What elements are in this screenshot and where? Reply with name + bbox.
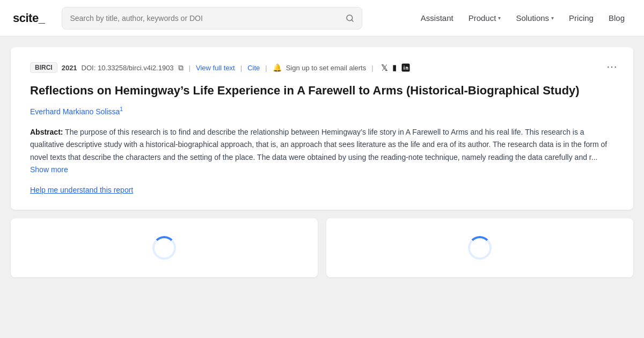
logo[interactable]: scite_ bbox=[13, 11, 45, 25]
nav-solutions[interactable]: Solutions ▾ bbox=[509, 9, 560, 27]
spinner-card-right bbox=[326, 218, 633, 277]
search-input[interactable] bbox=[70, 14, 340, 23]
chevron-down-icon: ▾ bbox=[498, 15, 501, 21]
abstract-text: The purpose of this research is to find … bbox=[30, 128, 607, 161]
nav-assistant[interactable]: Assistant bbox=[414, 9, 460, 27]
cite-link[interactable]: Cite bbox=[247, 64, 260, 72]
nav-pricing[interactable]: Pricing bbox=[562, 9, 600, 27]
loading-spinner-left bbox=[152, 236, 176, 260]
twitter-icon[interactable]: 𝕏 bbox=[381, 63, 388, 73]
search-bar[interactable] bbox=[62, 7, 362, 30]
linkedin-icon[interactable] bbox=[401, 63, 411, 72]
nav-product[interactable]: Product ▾ bbox=[462, 9, 508, 27]
svg-line-1 bbox=[352, 20, 353, 21]
more-options-button[interactable]: ⋯ bbox=[606, 60, 618, 73]
view-full-text-link[interactable]: View full text bbox=[196, 64, 235, 72]
loading-spinner-right bbox=[468, 236, 492, 260]
author-affiliation-sup: 1 bbox=[120, 106, 123, 112]
doi-text: DOI: 10.33258/birci.v4i2.1903 bbox=[82, 64, 174, 72]
nav-blog[interactable]: Blog bbox=[602, 9, 631, 27]
show-more-link[interactable]: Show more bbox=[30, 165, 68, 174]
spinner-card-left bbox=[11, 218, 318, 277]
spinners-row bbox=[11, 218, 633, 277]
authors[interactable]: Everhard Markiano Solissa1 bbox=[30, 106, 614, 116]
chevron-down-icon: ▾ bbox=[551, 15, 554, 21]
sign-up-alert-text[interactable]: Sign up to set email alerts bbox=[286, 64, 367, 72]
facebook-icon[interactable]: ▮ bbox=[392, 63, 397, 72]
social-icons: 𝕏 ▮ bbox=[381, 63, 411, 73]
abstract-label: Abstract: bbox=[30, 128, 63, 136]
main-area: ⋯ BIRCI 2021 DOI: 10.33258/birci.v4i2.19… bbox=[0, 36, 644, 338]
nav-links: Assistant Product ▾ Solutions ▾ Pricing … bbox=[414, 9, 631, 27]
help-understand-link[interactable]: Help me understand this report bbox=[30, 186, 133, 194]
abstract: Abstract: The purpose of this research i… bbox=[30, 126, 614, 175]
paper-title: Reflections on Hemingway’s Life Experien… bbox=[30, 83, 614, 99]
copy-icon[interactable]: ⧉ bbox=[178, 63, 184, 72]
bell-icon: 🔔 bbox=[273, 63, 282, 72]
journal-badge: BIRCI bbox=[30, 62, 57, 73]
paper-card: ⋯ BIRCI 2021 DOI: 10.33258/birci.v4i2.19… bbox=[11, 47, 633, 210]
meta-bar: BIRCI 2021 DOI: 10.33258/birci.v4i2.1903… bbox=[30, 62, 614, 73]
publication-year: 2021 bbox=[62, 64, 77, 72]
navbar: scite_ Assistant Product ▾ Solutions ▾ P… bbox=[0, 0, 644, 36]
search-icon bbox=[346, 14, 354, 23]
